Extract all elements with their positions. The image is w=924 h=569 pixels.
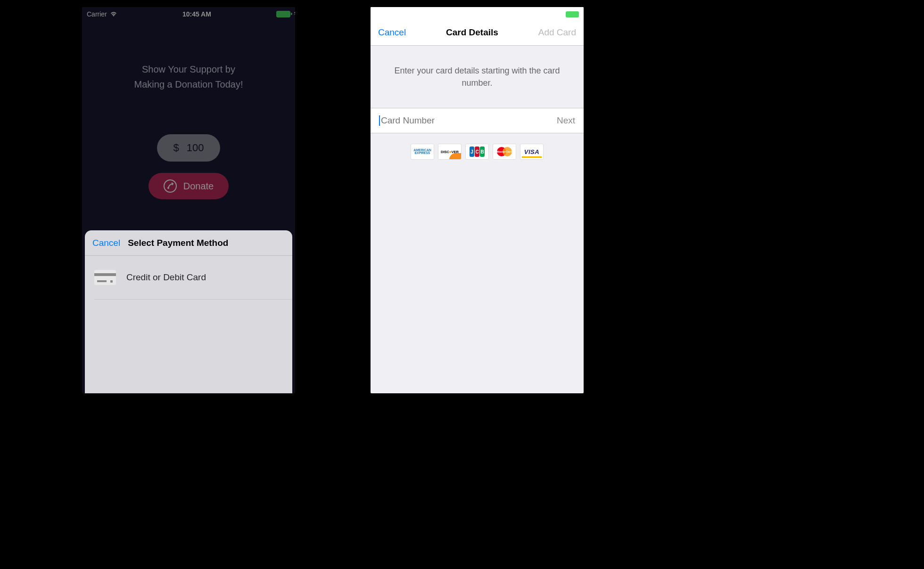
sheet-title: Select Payment Method <box>128 238 228 248</box>
page-title: Card Details <box>446 27 498 38</box>
sheet-header: Cancel Select Payment Method <box>85 230 292 256</box>
card-details-screen: Cancel Card Details Add Card Enter your … <box>371 7 584 393</box>
amex-logo: AMERICANEXPRESS <box>411 144 434 160</box>
payment-option-card[interactable]: Credit or Debit Card <box>94 256 292 300</box>
visa-logo: VISA <box>520 144 544 160</box>
add-card-button[interactable]: Add Card <box>538 27 576 38</box>
payment-method-sheet: Cancel Select Payment Method Credit or D… <box>85 230 292 393</box>
next-button[interactable]: Next <box>557 115 575 126</box>
payment-option-label: Credit or Debit Card <box>126 272 206 283</box>
status-bar <box>371 7 584 19</box>
instruction-text: Enter your card details starting with th… <box>371 46 584 108</box>
card-number-row: Next <box>371 108 584 133</box>
credit-card-icon <box>94 270 116 285</box>
card-number-input[interactable] <box>379 115 499 126</box>
discover-logo: DISC●VER <box>438 144 462 160</box>
card-number-field[interactable] <box>381 115 499 126</box>
donation-screen: Carrier 10:45 AM ⚡︎ Show Your Support by… <box>82 7 295 393</box>
cancel-button[interactable]: Cancel <box>92 238 120 248</box>
text-cursor <box>379 115 380 126</box>
battery-icon <box>566 11 579 17</box>
mastercard-logo: MasterCard <box>493 144 516 160</box>
nav-bar: Cancel Card Details Add Card <box>371 19 584 46</box>
card-brand-logos: AMERICANEXPRESS DISC●VER J C B MasterCar… <box>371 144 584 160</box>
jcb-logo: J C B <box>465 144 489 160</box>
cancel-button[interactable]: Cancel <box>378 27 406 38</box>
